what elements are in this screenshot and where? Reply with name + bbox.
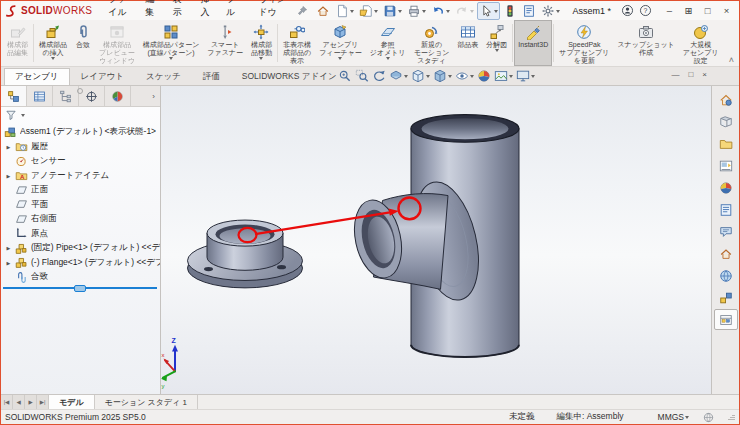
maximize-button[interactable]: □	[698, 2, 717, 19]
displaymanager-tab[interactable]	[105, 86, 131, 106]
component-flange-tree-item[interactable]: ▶(-) Flange<1> (デフォルト) <<デフォルト	[1, 256, 160, 271]
right-plane-tree-item[interactable]: 右側面	[1, 212, 160, 227]
update-speedpak-button[interactable]: SpeedPak サブアセンブリ を更新	[555, 20, 613, 66]
assembly-root-tree-item[interactable]: Assem1 (デフォルト) <表示状態-1>	[1, 125, 160, 140]
tab-nav-2[interactable]: ▶	[25, 395, 37, 409]
dropdown-caret[interactable]	[404, 75, 408, 80]
resize-grip[interactable]	[728, 415, 735, 420]
top-plane-tree-item[interactable]: 平面	[1, 198, 160, 213]
ribbon-collapse-button[interactable]: ˄	[729, 56, 734, 65]
model-tab-0[interactable]: モデル	[49, 395, 95, 409]
view-settings-button[interactable]	[515, 69, 536, 83]
propertymanager-tab[interactable]	[27, 86, 53, 106]
tab-評価[interactable]: 評価	[192, 68, 231, 86]
status-tag-icon[interactable]	[703, 412, 714, 423]
exploded-view-button[interactable]: 分解図	[482, 20, 511, 66]
edit-appearance-button[interactable]	[476, 69, 492, 83]
dropdown-caret[interactable]	[422, 10, 426, 15]
show-hidden-components-button[interactable]: 非表示構 成部品の 表示	[279, 20, 315, 66]
dropdown-caret[interactable]	[470, 10, 474, 15]
configurationmanager-tab[interactable]	[53, 86, 79, 106]
dropdown-caret[interactable]	[509, 75, 513, 80]
tab-アセンブリ[interactable]: アセンブリ	[4, 68, 70, 86]
sensors-tree-item[interactable]: センサー	[1, 154, 160, 169]
annotations-folder-tree-item[interactable]: ▶Aアノテートアイテム	[1, 169, 160, 184]
pipe-component[interactable]	[348, 115, 519, 357]
restore-down-button[interactable]: ⊞	[679, 2, 698, 19]
smart-fasteners-button[interactable]: スマート ファスナー	[203, 20, 247, 66]
dropdown-caret[interactable]	[398, 10, 402, 15]
file-properties-button[interactable]	[520, 2, 538, 20]
component-pattern-button[interactable]: 構成部品パターン (直線パターン)	[139, 20, 204, 66]
panel-drag-handle[interactable]	[77, 88, 83, 94]
featuremanager-design-tree-tab[interactable]	[1, 86, 27, 106]
tab-スケッチ[interactable]: スケッチ	[135, 68, 192, 86]
dropdown-caret[interactable]	[338, 57, 342, 62]
dropdown-caret[interactable]	[386, 57, 390, 62]
mate-button[interactable]: 合致	[71, 20, 95, 66]
pin-menu-icon[interactable]	[297, 5, 308, 16]
dropdown-caret[interactable]	[495, 49, 499, 54]
dropdown-caret[interactable]	[446, 10, 450, 15]
graphics-area[interactable]: Z x y	[161, 86, 711, 394]
new-document-button[interactable]	[333, 2, 356, 20]
3d-content-central-tab[interactable]	[714, 265, 738, 286]
view-palette-tab[interactable]	[714, 155, 738, 176]
bill-of-materials-button[interactable]: 部品表	[453, 20, 482, 66]
dropdown-caret[interactable]	[531, 75, 535, 80]
dropdown-caret[interactable]	[51, 57, 55, 62]
select-button[interactable]	[477, 2, 500, 20]
parts-catalog-tab[interactable]	[714, 309, 738, 330]
display-style-button[interactable]	[432, 69, 453, 83]
tab-nav-1[interactable]: ◀	[13, 395, 25, 409]
unit-system[interactable]: MMGS	[658, 412, 684, 422]
dropdown-caret[interactable]	[556, 10, 560, 15]
dropdown-caret[interactable]	[426, 75, 430, 80]
expand-arrow-icon[interactable]: ▶	[4, 260, 13, 266]
dropdown-caret[interactable]	[470, 75, 474, 80]
dropdown-caret[interactable]	[169, 57, 173, 62]
filter-caret[interactable]	[21, 114, 25, 119]
new-motion-study-button[interactable]: 新規の モーション スタディ	[410, 20, 454, 66]
dropdown-caret[interactable]	[494, 10, 498, 15]
doc-restore-button[interactable]: □	[688, 70, 693, 79]
tab-SOLIDWORKS アドイン[interactable]: SOLIDWORKS アドイン	[231, 68, 348, 86]
dropdown-caret[interactable]	[448, 75, 452, 80]
print-button[interactable]	[405, 2, 428, 20]
tab-レイアウト[interactable]: レイアウト	[70, 68, 136, 86]
dropdown-caret[interactable]	[259, 57, 263, 62]
instant3d-button[interactable]: Instant3D	[514, 20, 552, 66]
solidworks-resources-tab[interactable]	[714, 89, 738, 110]
close-button[interactable]: ×	[717, 2, 736, 19]
reference-geometry-button[interactable]: 参照 ジオメトリ	[366, 20, 410, 66]
panel-expand-chevron[interactable]: ›	[147, 86, 160, 106]
unit-system-caret[interactable]	[685, 416, 689, 421]
insert-components-button[interactable]: 構成部品 の挿入	[35, 20, 71, 66]
tab-nav-0[interactable]: |◀	[1, 395, 13, 409]
dropdown-caret[interactable]	[374, 10, 378, 15]
home-tab[interactable]	[714, 243, 738, 264]
welcome-button[interactable]	[314, 2, 332, 20]
zoom-to-area-button[interactable]	[354, 69, 370, 83]
move-component-button[interactable]: 構成部 品移動	[247, 20, 276, 66]
dimxpertmanager-tab[interactable]	[79, 86, 105, 106]
origin-tree-item[interactable]: 原点	[1, 227, 160, 242]
take-snapshot-button[interactable]: スナップショット 作成	[613, 20, 678, 66]
component-pipe-tree-item[interactable]: ▶(固定) Pipe<1> (デフォルト) <<デフォルト	[1, 241, 160, 256]
dropdown-caret[interactable]	[350, 10, 354, 15]
expand-arrow-icon[interactable]: ▶	[4, 144, 13, 150]
undo-button[interactable]	[429, 2, 452, 20]
rollback-bar[interactable]	[3, 287, 157, 289]
section-view-button[interactable]	[388, 69, 409, 83]
tab-nav-3[interactable]: ▶|	[37, 395, 49, 409]
apply-scene-button[interactable]	[493, 69, 514, 83]
open-button[interactable]	[357, 2, 380, 20]
doc-close-button[interactable]: ×	[702, 70, 707, 79]
options-button[interactable]	[539, 2, 562, 20]
save-button[interactable]	[381, 2, 404, 20]
doc-minimize-button[interactable]: —	[671, 70, 679, 79]
model-tab-1[interactable]: モーション スタディ 1	[95, 395, 198, 409]
large-assembly-settings-button[interactable]: 大規模 アセンブリ 設定	[679, 20, 723, 66]
rebuild-button[interactable]	[501, 2, 519, 20]
history-folder-tree-item[interactable]: ▶履歴	[1, 140, 160, 155]
